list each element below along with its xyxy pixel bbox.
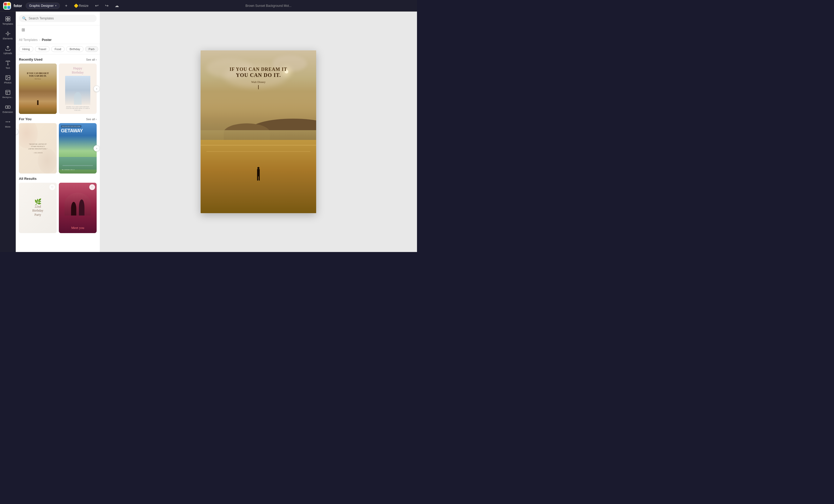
sidebar-item-backgrounds[interactable]: Backgrou... (1, 87, 15, 101)
category-tag-more[interactable]: Part› (85, 46, 98, 52)
filter-button[interactable]: ⊞ (19, 25, 27, 34)
app-name: fotor (14, 4, 22, 8)
22bday-text: 22ndBirthdayParty (32, 205, 43, 217)
search-bar: 🔍 (16, 12, 100, 25)
meetyou-heart-button[interactable]: ♡ (89, 184, 95, 190)
template-card-getaway[interactable]: DISCOVER BEST DIVE SITES IN BALI GETAWAY… (59, 123, 97, 174)
leaf-decoration: 🌿 (35, 199, 42, 205)
sidebar-item-templates[interactable]: Templates (1, 14, 15, 27)
poster-author: Walt Disney (206, 80, 310, 84)
all-results-grid: 🌿 22ndBirthdayParty ♡ Meet you (19, 183, 97, 233)
search-input-wrap: 🔍 (19, 15, 97, 22)
breadcrumb-current: Poster (42, 38, 51, 42)
search-icon: 🔍 (22, 16, 26, 21)
quote-author: — MAE JEMISON (33, 152, 43, 154)
for-you-header: For You See all › (19, 114, 97, 123)
extension-icon (5, 104, 11, 110)
category-tag-hiring[interactable]: Hiring (19, 46, 34, 52)
category-tags: Hiring Travel Food Birthday Part› (16, 44, 100, 54)
getaway-desc: BALI, INDONESIA • JUNE 6-10 (62, 169, 75, 170)
sand-line-1 (201, 145, 316, 145)
for-you-see-all[interactable]: See all › (86, 118, 97, 121)
poster-quote-line2: YOU CAN DO IT. (206, 72, 310, 78)
sidebar-item-photos[interactable]: Photos (1, 72, 15, 86)
templates-label: Templates (2, 23, 13, 25)
getaway-label: DISCOVER BEST DIVE SITES IN BALI (61, 125, 82, 128)
template-card-22bday[interactable]: 🌿 22ndBirthdayParty ♡ (19, 183, 57, 233)
backgrounds-icon (5, 90, 11, 95)
sidebar-item-more[interactable]: More (1, 117, 15, 130)
quote-text: "NEVER BE LIMITED BYOTHER PEOPLE'SLIMITE… (28, 143, 47, 150)
templates-scroll: Recently Used See all › (16, 54, 100, 252)
svg-point-4 (7, 32, 9, 35)
sand-line-2 (206, 151, 310, 152)
sidebar-item-text[interactable]: Text (1, 58, 15, 71)
recently-used-header: Recently Used See all › (19, 54, 97, 64)
template-card-meetyou[interactable]: Meet you ♡ (59, 183, 97, 233)
svg-point-14 (6, 121, 6, 122)
meetyou-text: Meet you (71, 226, 84, 230)
elements-icon (5, 31, 11, 37)
elements-label: Elements (3, 37, 13, 40)
resize-button[interactable]: Resize (72, 3, 91, 9)
recently-used-see-all[interactable]: See all › (86, 58, 97, 61)
undo-button[interactable]: ↩ (93, 2, 101, 9)
category-tag-travel[interactable]: Travel (35, 46, 50, 52)
template-card-sunset-quote[interactable]: IF YOU CAN DREAM IT YOU CAN DO IT. Walt … (19, 64, 57, 114)
svg-rect-2 (5, 19, 7, 21)
designer-mode-button[interactable]: Graphic Designer ▾ (26, 3, 60, 9)
templates-icon (5, 16, 11, 22)
svg-point-11 (7, 107, 8, 108)
text-cursor (258, 85, 259, 89)
text-label: Text (5, 67, 10, 69)
birthday-desc: WISHING YOU A VERY HAPPY BIRTHDAYYOUR DA… (66, 106, 90, 111)
more-icon (5, 119, 11, 125)
topbar: fotor Graphic Designer ▾ + Resize ↩ ↪ ☁ … (0, 0, 417, 12)
icon-sidebar: Templates Elements Uploads Text (0, 12, 16, 252)
more-label: More (5, 125, 10, 128)
breadcrumb: All Templates › Poster (16, 36, 100, 44)
template-card-quote-flower[interactable]: "NEVER BE LIMITED BYOTHER PEOPLE'SLIMITE… (19, 123, 57, 174)
category-tag-food[interactable]: Food (51, 46, 65, 52)
uploads-label: Uploads (3, 52, 12, 54)
search-input[interactable] (29, 17, 93, 20)
sunset-quote-author: Walt Disney (22, 78, 53, 79)
for-you-title: For You (19, 117, 31, 121)
breadcrumb-all[interactable]: All Templates (19, 38, 38, 42)
svg-rect-3 (8, 19, 10, 21)
22bday-heart-button[interactable]: ♡ (49, 184, 55, 190)
recently-used-title: Recently Used (19, 58, 43, 62)
uploads-icon (5, 45, 11, 51)
redo-button[interactable]: ↪ (103, 2, 111, 9)
svg-point-13 (9, 121, 10, 122)
for-you-next-arrow[interactable]: › (93, 145, 100, 152)
sidebar-item-uploads[interactable]: Uploads (1, 43, 15, 57)
svg-rect-1 (8, 17, 10, 18)
sidebar-item-elements[interactable]: Elements (1, 28, 15, 42)
birthday-title: HappyBirthday (72, 66, 84, 74)
main-layout: Templates Elements Uploads Text (0, 12, 417, 252)
poster-text-overlay[interactable]: IF YOU CAN DREAM IT YOU CAN DO IT. Walt … (206, 67, 310, 89)
photos-icon (5, 75, 11, 81)
app-logo[interactable] (3, 2, 11, 10)
extension-label: Extension (3, 111, 13, 113)
resize-icon (74, 3, 79, 8)
cloud-save-button[interactable]: ☁ (113, 2, 120, 9)
add-button[interactable]: + (63, 2, 70, 9)
sunset-quote-line1: IF YOU CAN DREAM IT (22, 72, 53, 74)
recently-used-grid: IF YOU CAN DREAM IT YOU CAN DO IT. Walt … (19, 64, 97, 114)
svg-point-9 (6, 76, 7, 77)
template-card-birthday[interactable]: HappyBirthday WISHING YOU A VERY HAPPY B… (59, 64, 97, 114)
sunset-quote-line2: YOU CAN DO IT. (22, 74, 53, 77)
breadcrumb-separator: › (39, 38, 40, 42)
svg-rect-10 (5, 90, 10, 95)
document-title: Brown Sunset Background Mot... (123, 4, 414, 8)
recently-used-next-arrow[interactable]: › (93, 86, 100, 92)
sidebar-item-extension[interactable]: Extension (1, 102, 15, 115)
category-tag-birthday[interactable]: Birthday (66, 46, 84, 52)
canvas-poster[interactable]: IF YOU CAN DREAM IT YOU CAN DO IT. Walt … (201, 50, 316, 213)
text-icon (5, 60, 11, 66)
person-silhouette (257, 167, 260, 181)
filter-row: ⊞ (16, 25, 100, 36)
getaway-title: GETAWAY (61, 128, 83, 133)
